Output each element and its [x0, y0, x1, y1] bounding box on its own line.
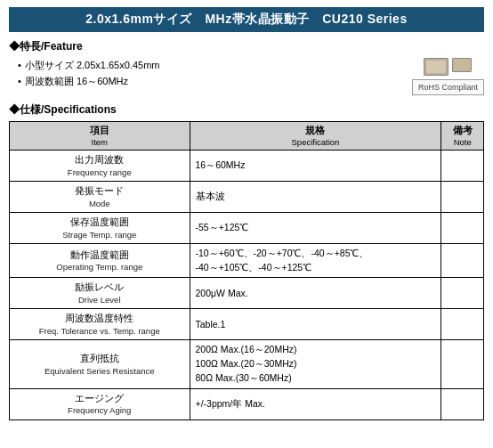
row-0-spec: 16～60MHz	[190, 151, 441, 182]
page: 2.0x1.6mmサイズ MHz帯水晶振動子 CU210 Series ◆特長/…	[0, 0, 493, 428]
item-ja-7: エージング	[15, 392, 184, 405]
feature-item-1: 小型サイズ 2.05x1.65x0.45mm	[9, 58, 159, 74]
row-3-spec: -10～+60℃、-20～+70℃、-40～+85℃、-40～+105℃、-40…	[190, 243, 441, 278]
col-header-note: 備考 Note	[441, 122, 484, 151]
row-4-note	[441, 278, 484, 309]
col-header-note-en: Note	[447, 137, 478, 147]
table-row: 出力周波数Frequency range16～60MHz	[10, 151, 484, 182]
table-row: 保存温度範囲Strage Temp. range-55～+125℃	[10, 212, 484, 243]
item-en-7: Frequency Aging	[15, 404, 184, 416]
item-ja-5: 周波数温度特性	[15, 312, 184, 325]
table-row: 発振モードMode基本波	[10, 181, 484, 212]
item-ja-1: 発振モード	[15, 184, 184, 198]
row-0-note	[441, 151, 484, 182]
features-header: ◆特長/Feature	[9, 39, 484, 54]
item-en-2: Strage Temp. range	[15, 229, 184, 240]
row-1-note	[441, 181, 484, 212]
row-3-note	[441, 243, 484, 278]
col-header-item: 項目 Item	[10, 122, 190, 151]
rohs-badge: RoHS Compliant	[412, 79, 484, 95]
page-title: 2.0x1.6mmサイズ MHz帯水晶振動子 CU210 Series	[9, 7, 484, 32]
col-header-note-ja: 備考	[447, 125, 478, 137]
row-7-spec: +/-3ppm/年 Max.	[190, 388, 441, 419]
row-5-note	[441, 309, 484, 340]
col-header-item-ja: 項目	[15, 125, 184, 137]
row-6-note	[441, 340, 484, 388]
row-4-spec: 200μW Max.	[190, 278, 441, 309]
item-en-0: Frequency range	[15, 167, 184, 178]
item-ja-3: 動作温度範囲	[15, 248, 184, 262]
row-1-spec: 基本波	[190, 181, 441, 212]
item-ja-4: 励振レベル	[15, 281, 184, 294]
row-6-spec: 200Ω Max.(16～20MHz)100Ω Max.(20～30MHz)80…	[190, 340, 441, 388]
item-ja-6: 直列抵抗	[15, 352, 184, 365]
table-row: 直列抵抗Equivalent Series Resistance200Ω Max…	[10, 340, 484, 388]
row-2-item: 保存温度範囲Strage Temp. range	[10, 212, 190, 243]
row-0-item: 出力周波数Frequency range	[10, 151, 190, 182]
chip-image: RoHS Compliant	[412, 58, 484, 95]
col-header-item-en: Item	[15, 137, 184, 147]
spec-table: 項目 Item 規格 Specification 備考 Note 出力周波数Fr…	[9, 121, 484, 420]
row-1-item: 発振モードMode	[10, 181, 190, 212]
row-2-spec: -55～+125℃	[190, 212, 441, 243]
features-block: 小型サイズ 2.05x1.65x0.45mm 周波数範囲 16～60MHz Ro…	[9, 58, 484, 95]
row-5-item: 周波数温度特性Freq. Tolerance vs. Temp. range	[10, 309, 190, 340]
item-en-3: Operating Temp. range	[15, 261, 184, 273]
item-en-5: Freq. Tolerance vs. Temp. range	[15, 325, 184, 337]
item-en-1: Mode	[15, 198, 184, 209]
table-header-row: 項目 Item 規格 Specification 備考 Note	[10, 122, 484, 151]
item-en-4: Drive Level	[15, 294, 184, 305]
col-header-spec-en: Specification	[196, 137, 436, 147]
table-row: エージングFrequency Aging+/-3ppm/年 Max.	[10, 388, 484, 419]
specs-header: ◆仕様/Specifications	[9, 102, 484, 118]
row-7-item: エージングFrequency Aging	[10, 388, 190, 419]
col-header-spec-ja: 規格	[196, 125, 436, 137]
row-6-item: 直列抵抗Equivalent Series Resistance	[10, 340, 190, 388]
row-3-item: 動作温度範囲Operating Temp. range	[10, 243, 190, 278]
row-2-note	[441, 212, 484, 243]
table-row: 周波数温度特性Freq. Tolerance vs. Temp. rangeTa…	[10, 309, 484, 340]
feature-item-2: 周波数範囲 16～60MHz	[9, 74, 159, 90]
row-4-item: 励振レベルDrive Level	[10, 278, 190, 309]
table-row: 動作温度範囲Operating Temp. range-10～+60℃、-20～…	[10, 243, 484, 278]
chip-rect-large	[424, 58, 449, 76]
features-list: 小型サイズ 2.05x1.65x0.45mm 周波数範囲 16～60MHz	[9, 58, 159, 89]
table-row: 励振レベルDrive Level200μW Max.	[10, 278, 484, 309]
chip-rect-small	[452, 58, 472, 72]
row-5-spec: Table.1	[190, 309, 441, 340]
item-ja-2: 保存温度範囲	[15, 216, 184, 229]
item-ja-0: 出力周波数	[15, 153, 184, 167]
col-header-spec: 規格 Specification	[190, 122, 441, 151]
row-7-note	[441, 388, 484, 419]
item-en-6: Equivalent Series Resistance	[15, 365, 184, 377]
chip-visual	[424, 58, 472, 76]
